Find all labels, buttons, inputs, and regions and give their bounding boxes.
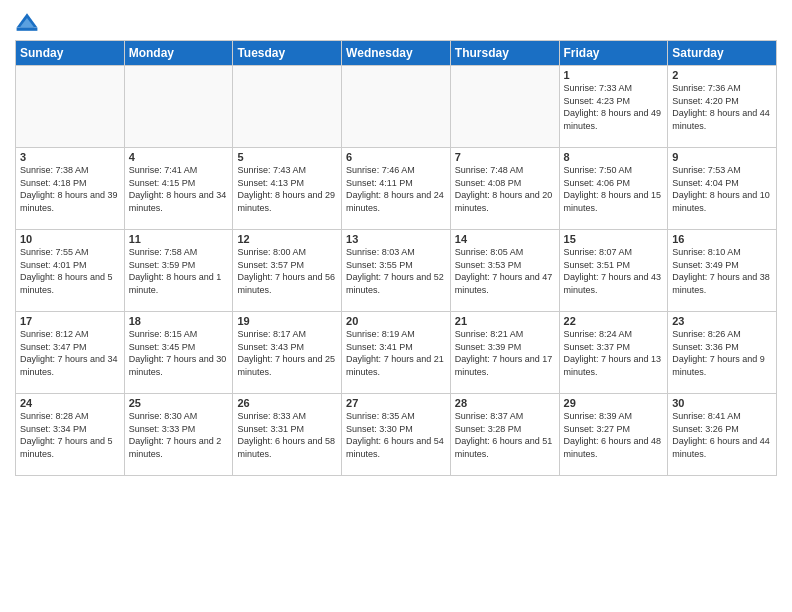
calendar-week-3: 17Sunrise: 8:12 AMSunset: 3:47 PMDayligh…: [16, 312, 777, 394]
day-number: 25: [129, 397, 229, 409]
calendar-cell: 30Sunrise: 8:41 AMSunset: 3:26 PMDayligh…: [668, 394, 777, 476]
calendar-cell: 15Sunrise: 8:07 AMSunset: 3:51 PMDayligh…: [559, 230, 668, 312]
day-number: 14: [455, 233, 555, 245]
day-info: Sunrise: 8:35 AMSunset: 3:30 PMDaylight:…: [346, 410, 446, 460]
day-info: Sunrise: 8:33 AMSunset: 3:31 PMDaylight:…: [237, 410, 337, 460]
calendar-header-thursday: Thursday: [450, 41, 559, 66]
day-info: Sunrise: 8:05 AMSunset: 3:53 PMDaylight:…: [455, 246, 555, 296]
day-number: 19: [237, 315, 337, 327]
day-number: 2: [672, 69, 772, 81]
day-number: 6: [346, 151, 446, 163]
calendar-cell: [16, 66, 125, 148]
day-info: Sunrise: 8:28 AMSunset: 3:34 PMDaylight:…: [20, 410, 120, 460]
calendar-cell: 9Sunrise: 7:53 AMSunset: 4:04 PMDaylight…: [668, 148, 777, 230]
calendar-cell: 16Sunrise: 8:10 AMSunset: 3:49 PMDayligh…: [668, 230, 777, 312]
calendar-header-tuesday: Tuesday: [233, 41, 342, 66]
calendar-week-0: 1Sunrise: 7:33 AMSunset: 4:23 PMDaylight…: [16, 66, 777, 148]
calendar-header-saturday: Saturday: [668, 41, 777, 66]
calendar-cell: [124, 66, 233, 148]
day-info: Sunrise: 7:43 AMSunset: 4:13 PMDaylight:…: [237, 164, 337, 214]
calendar-cell: 28Sunrise: 8:37 AMSunset: 3:28 PMDayligh…: [450, 394, 559, 476]
day-number: 15: [564, 233, 664, 245]
day-number: 29: [564, 397, 664, 409]
calendar-cell: [450, 66, 559, 148]
calendar-week-4: 24Sunrise: 8:28 AMSunset: 3:34 PMDayligh…: [16, 394, 777, 476]
day-number: 24: [20, 397, 120, 409]
day-info: Sunrise: 8:41 AMSunset: 3:26 PMDaylight:…: [672, 410, 772, 460]
svg-rect-2: [17, 28, 38, 31]
calendar-cell: 6Sunrise: 7:46 AMSunset: 4:11 PMDaylight…: [342, 148, 451, 230]
day-info: Sunrise: 8:03 AMSunset: 3:55 PMDaylight:…: [346, 246, 446, 296]
day-info: Sunrise: 8:19 AMSunset: 3:41 PMDaylight:…: [346, 328, 446, 378]
day-number: 28: [455, 397, 555, 409]
logo: [15, 10, 41, 34]
day-number: 10: [20, 233, 120, 245]
day-info: Sunrise: 8:30 AMSunset: 3:33 PMDaylight:…: [129, 410, 229, 460]
header: [15, 10, 777, 34]
calendar-week-1: 3Sunrise: 7:38 AMSunset: 4:18 PMDaylight…: [16, 148, 777, 230]
calendar-cell: [233, 66, 342, 148]
calendar-cell: 2Sunrise: 7:36 AMSunset: 4:20 PMDaylight…: [668, 66, 777, 148]
day-info: Sunrise: 8:21 AMSunset: 3:39 PMDaylight:…: [455, 328, 555, 378]
calendar-cell: 4Sunrise: 7:41 AMSunset: 4:15 PMDaylight…: [124, 148, 233, 230]
day-number: 30: [672, 397, 772, 409]
calendar-cell: 8Sunrise: 7:50 AMSunset: 4:06 PMDaylight…: [559, 148, 668, 230]
day-info: Sunrise: 7:41 AMSunset: 4:15 PMDaylight:…: [129, 164, 229, 214]
day-number: 8: [564, 151, 664, 163]
day-number: 13: [346, 233, 446, 245]
day-info: Sunrise: 8:10 AMSunset: 3:49 PMDaylight:…: [672, 246, 772, 296]
day-info: Sunrise: 8:07 AMSunset: 3:51 PMDaylight:…: [564, 246, 664, 296]
day-number: 27: [346, 397, 446, 409]
calendar-week-2: 10Sunrise: 7:55 AMSunset: 4:01 PMDayligh…: [16, 230, 777, 312]
day-number: 3: [20, 151, 120, 163]
calendar-cell: [342, 66, 451, 148]
calendar-cell: 12Sunrise: 8:00 AMSunset: 3:57 PMDayligh…: [233, 230, 342, 312]
day-info: Sunrise: 8:39 AMSunset: 3:27 PMDaylight:…: [564, 410, 664, 460]
day-info: Sunrise: 7:33 AMSunset: 4:23 PMDaylight:…: [564, 82, 664, 132]
calendar-cell: 13Sunrise: 8:03 AMSunset: 3:55 PMDayligh…: [342, 230, 451, 312]
day-number: 11: [129, 233, 229, 245]
calendar-cell: 22Sunrise: 8:24 AMSunset: 3:37 PMDayligh…: [559, 312, 668, 394]
day-info: Sunrise: 7:55 AMSunset: 4:01 PMDaylight:…: [20, 246, 120, 296]
day-info: Sunrise: 7:38 AMSunset: 4:18 PMDaylight:…: [20, 164, 120, 214]
calendar-cell: 7Sunrise: 7:48 AMSunset: 4:08 PMDaylight…: [450, 148, 559, 230]
calendar-cell: 27Sunrise: 8:35 AMSunset: 3:30 PMDayligh…: [342, 394, 451, 476]
calendar-cell: 19Sunrise: 8:17 AMSunset: 3:43 PMDayligh…: [233, 312, 342, 394]
day-number: 9: [672, 151, 772, 163]
day-info: Sunrise: 7:36 AMSunset: 4:20 PMDaylight:…: [672, 82, 772, 132]
day-number: 16: [672, 233, 772, 245]
logo-icon: [15, 10, 39, 34]
calendar-header-row: SundayMondayTuesdayWednesdayThursdayFrid…: [16, 41, 777, 66]
calendar-cell: 24Sunrise: 8:28 AMSunset: 3:34 PMDayligh…: [16, 394, 125, 476]
calendar-header-friday: Friday: [559, 41, 668, 66]
calendar-cell: 1Sunrise: 7:33 AMSunset: 4:23 PMDaylight…: [559, 66, 668, 148]
day-number: 4: [129, 151, 229, 163]
day-info: Sunrise: 7:48 AMSunset: 4:08 PMDaylight:…: [455, 164, 555, 214]
day-info: Sunrise: 8:17 AMSunset: 3:43 PMDaylight:…: [237, 328, 337, 378]
calendar-header-monday: Monday: [124, 41, 233, 66]
day-info: Sunrise: 8:26 AMSunset: 3:36 PMDaylight:…: [672, 328, 772, 378]
day-info: Sunrise: 8:12 AMSunset: 3:47 PMDaylight:…: [20, 328, 120, 378]
calendar-cell: 10Sunrise: 7:55 AMSunset: 4:01 PMDayligh…: [16, 230, 125, 312]
day-number: 20: [346, 315, 446, 327]
day-info: Sunrise: 8:00 AMSunset: 3:57 PMDaylight:…: [237, 246, 337, 296]
calendar-cell: 17Sunrise: 8:12 AMSunset: 3:47 PMDayligh…: [16, 312, 125, 394]
calendar-cell: 18Sunrise: 8:15 AMSunset: 3:45 PMDayligh…: [124, 312, 233, 394]
calendar-cell: 29Sunrise: 8:39 AMSunset: 3:27 PMDayligh…: [559, 394, 668, 476]
calendar-cell: 3Sunrise: 7:38 AMSunset: 4:18 PMDaylight…: [16, 148, 125, 230]
day-info: Sunrise: 8:15 AMSunset: 3:45 PMDaylight:…: [129, 328, 229, 378]
day-number: 22: [564, 315, 664, 327]
calendar-cell: 20Sunrise: 8:19 AMSunset: 3:41 PMDayligh…: [342, 312, 451, 394]
calendar-cell: 21Sunrise: 8:21 AMSunset: 3:39 PMDayligh…: [450, 312, 559, 394]
calendar-cell: 23Sunrise: 8:26 AMSunset: 3:36 PMDayligh…: [668, 312, 777, 394]
calendar-cell: 26Sunrise: 8:33 AMSunset: 3:31 PMDayligh…: [233, 394, 342, 476]
day-number: 5: [237, 151, 337, 163]
day-info: Sunrise: 8:24 AMSunset: 3:37 PMDaylight:…: [564, 328, 664, 378]
day-info: Sunrise: 7:50 AMSunset: 4:06 PMDaylight:…: [564, 164, 664, 214]
calendar-cell: 25Sunrise: 8:30 AMSunset: 3:33 PMDayligh…: [124, 394, 233, 476]
calendar-cell: 11Sunrise: 7:58 AMSunset: 3:59 PMDayligh…: [124, 230, 233, 312]
day-number: 26: [237, 397, 337, 409]
day-number: 18: [129, 315, 229, 327]
calendar-table: SundayMondayTuesdayWednesdayThursdayFrid…: [15, 40, 777, 476]
day-info: Sunrise: 7:58 AMSunset: 3:59 PMDaylight:…: [129, 246, 229, 296]
